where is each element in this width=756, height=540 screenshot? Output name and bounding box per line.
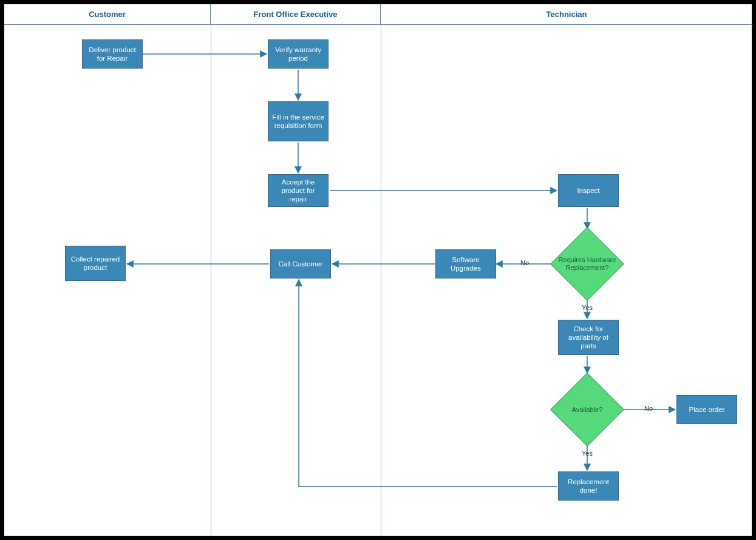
node-label: Fill in the service requisition form [272, 113, 324, 130]
node-label: Call Customer [279, 260, 323, 268]
node-available: Available? [551, 373, 624, 446]
node-label: Accept the product for repair [272, 178, 324, 203]
node-verify-warranty: Verify warranty period [268, 39, 329, 69]
lane-header-technician: Technician [381, 4, 752, 25]
edge-replacement-callcustomer [299, 280, 557, 487]
node-label: Replacement done! [562, 478, 615, 494]
lane-divider-2 [381, 25, 381, 536]
node-check-parts: Check for availability of parts [558, 320, 619, 355]
node-fill-form: Fill in the service requisition form [268, 101, 329, 141]
node-collect-product: Collect repaired product [65, 246, 126, 281]
edge-label-hw-no: No [520, 259, 529, 266]
decision-label: Requires Hardware Replacement? [551, 228, 624, 300]
node-label: Software Upgrades [440, 255, 492, 272]
node-label: Place order [689, 405, 725, 414]
node-accept-product: Accept the product for repair [268, 174, 329, 207]
node-deliver-product: Deliver product for Repair [82, 39, 143, 69]
lane-divider-1 [211, 25, 211, 536]
swimlane-diagram: Customer Front Office Executive Technici… [4, 4, 752, 536]
edge-label-av-yes: Yes [582, 450, 593, 457]
node-label: Deliver product for Repair [86, 46, 138, 62]
decision-label: Available? [551, 373, 624, 446]
edge-label-av-no: No [644, 405, 653, 412]
node-label: Inspect [577, 186, 599, 195]
node-requires-hardware: Requires Hardware Replacement? [551, 228, 624, 300]
node-label: Check for availability of parts [562, 325, 615, 350]
node-inspect: Inspect [558, 174, 619, 207]
node-call-customer: Call Customer [270, 249, 331, 278]
edge-label-hw-yes: Yes [582, 304, 593, 311]
lane-header-customer: Customer [4, 4, 211, 25]
node-label: Collect repaired product [69, 255, 121, 272]
node-replacement-done: Replacement done! [558, 471, 619, 501]
node-software-upgrades: Software Upgrades [435, 249, 496, 278]
lane-header-frontoffice: Front Office Executive [211, 4, 381, 25]
node-label: Verify warranty period [272, 46, 324, 62]
node-place-order: Place order [676, 395, 737, 424]
